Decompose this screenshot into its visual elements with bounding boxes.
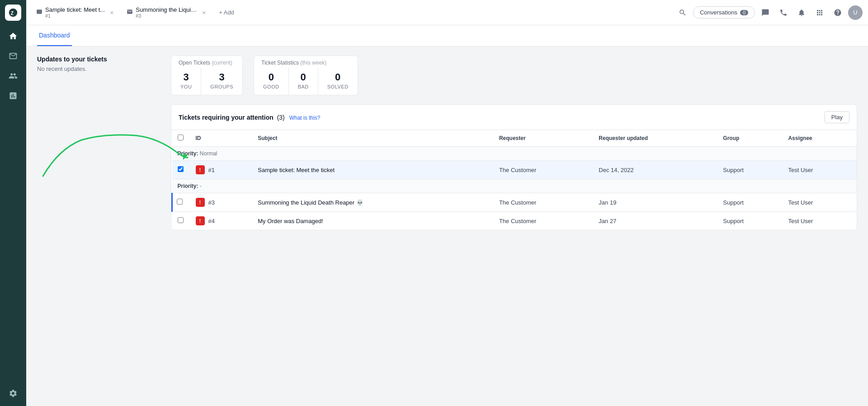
row-4-id: ! #4 xyxy=(190,212,253,230)
table-row[interactable]: ! #3 Summoning the Liquid Death Reaper 💀… xyxy=(172,193,857,212)
tickets-attention-title: Tickets requiring your attention (3) xyxy=(179,114,287,121)
notifications-button[interactable] xyxy=(794,5,809,20)
help-button[interactable] xyxy=(830,5,845,20)
col-requester-updated: Requester updated xyxy=(593,130,717,147)
ticket-statistics-group: Ticket Statistics (this week) 0 GOOD 0 B… xyxy=(254,56,358,95)
app-logo[interactable]: Z xyxy=(5,5,21,21)
stat-good-count: 0 xyxy=(263,71,279,83)
search-button[interactable] xyxy=(675,5,690,20)
table-row[interactable]: ! #4 My Order was Damaged! The Customer … xyxy=(172,212,857,230)
stat-bad-label: BAD xyxy=(298,84,309,89)
content-row: Updates to your tickets No recent update… xyxy=(26,47,868,239)
status-badge-3: ! xyxy=(196,198,205,207)
row-1-group: Support xyxy=(717,161,783,179)
stat-you-label: YOU xyxy=(180,84,192,89)
play-button[interactable]: Play xyxy=(825,111,849,123)
row-checkbox-cell xyxy=(172,212,190,230)
open-tickets-title: Open Tickets (current) xyxy=(171,56,242,68)
user-avatar[interactable]: U xyxy=(848,5,863,20)
email-icon xyxy=(127,9,133,17)
row-1-checkbox[interactable] xyxy=(178,166,184,172)
row-3-subject[interactable]: Summoning the Liquid Death Reaper 💀 xyxy=(252,193,494,212)
ticket-statistics-title: Ticket Statistics (this week) xyxy=(254,56,358,68)
stat-you: 3 YOU xyxy=(171,68,201,95)
updates-section: Updates to your tickets No recent update… xyxy=(26,47,171,239)
col-requester: Requester xyxy=(494,130,593,147)
row-3-checkbox[interactable] xyxy=(177,199,183,205)
row-1-updated: Dec 14, 2022 xyxy=(593,161,717,179)
row-3-requester: The Customer xyxy=(494,193,593,212)
tab-dashboard[interactable]: Dashboard xyxy=(37,25,72,46)
stats-grid: Open Tickets (current) 3 YOU 3 GROUPS xyxy=(171,56,868,95)
svg-text:Z: Z xyxy=(11,10,14,16)
stat-good-label: GOOD xyxy=(263,84,279,89)
col-group: Group xyxy=(717,130,783,147)
col-subject: Subject xyxy=(252,130,494,147)
stat-groups-label: GROUPS xyxy=(210,84,233,89)
ticket-icon xyxy=(36,9,42,17)
main-area: Sample ticket: Meet t... #1 × Summoning … xyxy=(26,0,868,406)
stat-solved-count: 0 xyxy=(327,71,349,83)
row-4-updated: Jan 27 xyxy=(593,212,717,230)
row-4-assignee: Test User xyxy=(783,212,857,230)
row-3-id: ! #3 xyxy=(190,193,253,212)
tickets-table: ID Subject Requester Requester updated G… xyxy=(171,130,857,230)
row-3-group: Support xyxy=(717,193,783,212)
phone-button[interactable] xyxy=(776,5,791,20)
select-all-checkbox[interactable] xyxy=(178,135,184,140)
updates-title: Updates to your tickets xyxy=(37,56,160,63)
tab-1-num: #1 xyxy=(45,13,105,19)
tab-3-num: #3 xyxy=(136,13,197,19)
sidebar-item-users[interactable] xyxy=(5,68,21,84)
tabbar-actions: Conversations 0 U xyxy=(675,5,863,20)
row-1-subject[interactable]: Sample ticket: Meet the ticket xyxy=(252,161,494,179)
chat-button[interactable] xyxy=(758,5,773,20)
add-tab-label: + Add xyxy=(219,9,234,16)
tab-1[interactable]: Sample ticket: Meet t... #1 × xyxy=(32,4,120,21)
status-badge-4: ! xyxy=(196,216,205,225)
tab-3-title: Summoning the Liquid... xyxy=(136,6,197,13)
stat-solved: 0 SOLVED xyxy=(318,68,358,95)
table-row[interactable]: ! #1 Sample ticket: Meet the ticket The … xyxy=(172,161,857,179)
apps-button[interactable] xyxy=(812,5,827,20)
stat-bad-count: 0 xyxy=(298,71,309,83)
row-3-assignee: Test User xyxy=(783,193,857,212)
tabbar: Sample ticket: Meet t... #1 × Summoning … xyxy=(26,0,868,25)
what-is-this-link[interactable]: What is this? xyxy=(289,115,321,121)
open-tickets-group: Open Tickets (current) 3 YOU 3 GROUPS xyxy=(171,56,243,95)
updates-empty: No recent updates. xyxy=(37,65,160,72)
sidebar-item-settings[interactable] xyxy=(5,385,21,401)
stat-you-count: 3 xyxy=(180,71,192,83)
row-3-updated: Jan 19 xyxy=(593,193,717,212)
add-tab-button[interactable]: + Add xyxy=(214,6,239,19)
col-id: ID xyxy=(190,130,253,147)
stat-bad: 0 BAD xyxy=(289,68,318,95)
priority-row-dash: Priority: - xyxy=(172,179,857,193)
main-content: Dashboard Updates to your tickets No rec… xyxy=(26,25,868,406)
tickets-header: Tickets requiring your attention (3) Wha… xyxy=(171,105,857,130)
stats-section: Open Tickets (current) 3 YOU 3 GROUPS xyxy=(171,47,868,239)
conversations-button[interactable]: Conversations 0 xyxy=(693,6,755,19)
row-4-group: Support xyxy=(717,212,783,230)
tab-1-title: Sample ticket: Meet t... xyxy=(45,6,105,13)
row-4-checkbox[interactable] xyxy=(178,217,184,223)
tab-3[interactable]: Summoning the Liquid... #3 × xyxy=(122,4,212,21)
tab-1-close[interactable]: × xyxy=(108,9,116,17)
row-4-subject[interactable]: My Order was Damaged! xyxy=(252,212,494,230)
row-1-requester: The Customer xyxy=(494,161,593,179)
col-assignee: Assignee xyxy=(783,130,857,147)
stat-groups-count: 3 xyxy=(210,71,233,83)
priority-row-normal: Priority: Normal xyxy=(172,147,857,161)
status-badge-1: ! xyxy=(196,165,205,174)
sidebar-item-tickets[interactable] xyxy=(5,48,21,64)
row-checkbox-cell xyxy=(172,193,190,212)
sidebar-item-reports[interactable] xyxy=(5,88,21,104)
tab-3-close[interactable]: × xyxy=(200,9,208,17)
sidebar-item-home[interactable] xyxy=(5,28,21,44)
tickets-container: Tickets requiring your attention (3) Wha… xyxy=(171,104,857,230)
dashboard-nav: Dashboard xyxy=(26,25,868,47)
conversations-badge: 0 xyxy=(740,10,748,15)
row-1-assignee: Test User xyxy=(783,161,857,179)
row-checkbox-cell xyxy=(172,161,190,179)
stat-solved-label: SOLVED xyxy=(327,84,349,89)
